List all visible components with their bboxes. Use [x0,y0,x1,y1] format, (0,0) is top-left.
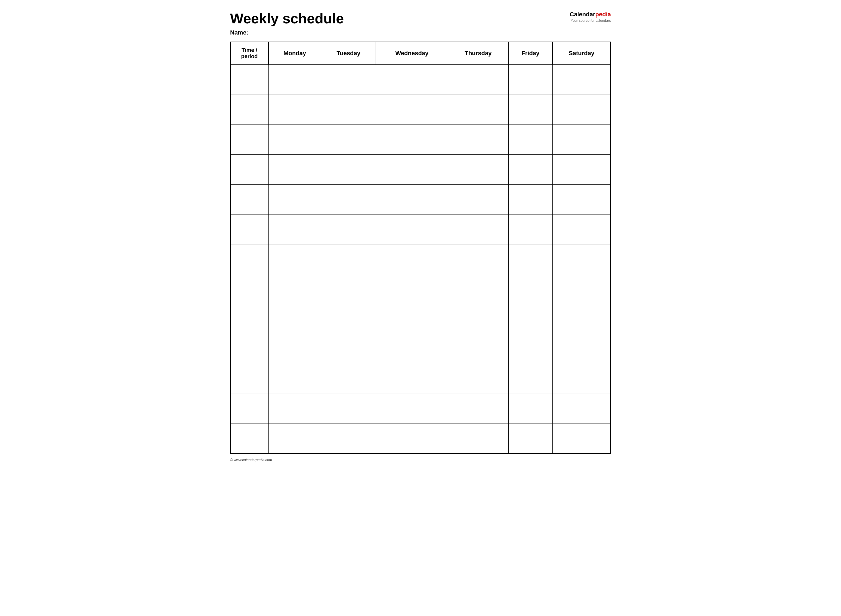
table-cell[interactable] [230,274,269,304]
table-cell[interactable] [376,304,448,334]
table-cell[interactable] [553,334,611,364]
table-cell[interactable] [508,334,553,364]
table-cell[interactable] [269,125,321,154]
table-cell[interactable] [230,184,269,214]
table-cell[interactable] [230,304,269,334]
table-cell[interactable] [448,244,509,274]
table-cell[interactable] [508,274,553,304]
table-cell[interactable] [376,65,448,95]
table-cell[interactable] [321,214,376,244]
table-cell[interactable] [508,154,553,184]
table-cell[interactable] [269,244,321,274]
table-cell[interactable] [269,65,321,95]
table-cell[interactable] [269,334,321,364]
table-cell[interactable] [376,95,448,125]
table-cell[interactable] [269,95,321,125]
table-cell[interactable] [376,244,448,274]
table-cell[interactable] [508,394,553,424]
table-cell[interactable] [269,214,321,244]
table-cell[interactable] [230,364,269,394]
table-cell[interactable] [376,364,448,394]
table-cell[interactable] [269,394,321,424]
table-cell[interactable] [321,304,376,334]
table-cell[interactable] [321,154,376,184]
table-cell[interactable] [376,184,448,214]
table-cell[interactable] [376,424,448,453]
table-cell[interactable] [508,304,553,334]
table-cell[interactable] [230,214,269,244]
table-cell[interactable] [321,334,376,364]
table-cell[interactable] [269,364,321,394]
table-cell[interactable] [321,95,376,125]
table-cell[interactable] [508,364,553,394]
table-cell[interactable] [230,95,269,125]
table-row [230,65,611,95]
table-cell[interactable] [230,424,269,453]
table-row [230,244,611,274]
table-cell[interactable] [553,154,611,184]
table-cell[interactable] [230,125,269,154]
col-header-tuesday: Tuesday [321,42,376,65]
table-cell[interactable] [553,364,611,394]
table-cell[interactable] [508,95,553,125]
table-cell[interactable] [553,214,611,244]
table-cell[interactable] [448,394,509,424]
table-cell[interactable] [321,65,376,95]
table-cell[interactable] [553,65,611,95]
table-cell[interactable] [448,274,509,304]
table-cell[interactable] [321,394,376,424]
table-cell[interactable] [553,274,611,304]
table-cell[interactable] [508,184,553,214]
table-cell[interactable] [230,244,269,274]
table-cell[interactable] [321,244,376,274]
table-cell[interactable] [321,424,376,453]
table-cell[interactable] [376,334,448,364]
table-cell[interactable] [448,334,509,364]
table-cell[interactable] [553,184,611,214]
table-cell[interactable] [553,244,611,274]
table-cell[interactable] [553,95,611,125]
table-cell[interactable] [553,304,611,334]
table-row [230,154,611,184]
table-cell[interactable] [508,214,553,244]
table-cell[interactable] [553,424,611,453]
table-cell[interactable] [508,65,553,95]
table-cell[interactable] [508,125,553,154]
table-row [230,304,611,334]
table-cell[interactable] [376,274,448,304]
table-cell[interactable] [553,394,611,424]
table-cell[interactable] [269,304,321,334]
table-cell[interactable] [376,214,448,244]
table-cell[interactable] [508,424,553,453]
table-cell[interactable] [376,394,448,424]
table-cell[interactable] [448,184,509,214]
table-row [230,184,611,214]
table-cell[interactable] [321,364,376,394]
col-header-monday: Monday [269,42,321,65]
table-cell[interactable] [448,95,509,125]
table-cell[interactable] [269,424,321,453]
table-cell[interactable] [230,394,269,424]
table-row [230,95,611,125]
table-cell[interactable] [376,125,448,154]
table-cell[interactable] [321,184,376,214]
table-cell[interactable] [448,65,509,95]
table-cell[interactable] [448,304,509,334]
table-cell[interactable] [230,334,269,364]
table-cell[interactable] [448,125,509,154]
table-cell[interactable] [230,65,269,95]
table-cell[interactable] [321,274,376,304]
table-cell[interactable] [230,154,269,184]
table-cell[interactable] [448,424,509,453]
table-cell[interactable] [269,184,321,214]
table-cell[interactable] [448,154,509,184]
table-cell[interactable] [321,125,376,154]
table-cell[interactable] [376,154,448,184]
table-header-row: Time / period Monday Tuesday Wednesday T… [230,42,611,65]
table-cell[interactable] [448,364,509,394]
table-cell[interactable] [448,214,509,244]
table-cell[interactable] [269,154,321,184]
table-cell[interactable] [508,244,553,274]
table-cell[interactable] [269,274,321,304]
table-cell[interactable] [553,125,611,154]
